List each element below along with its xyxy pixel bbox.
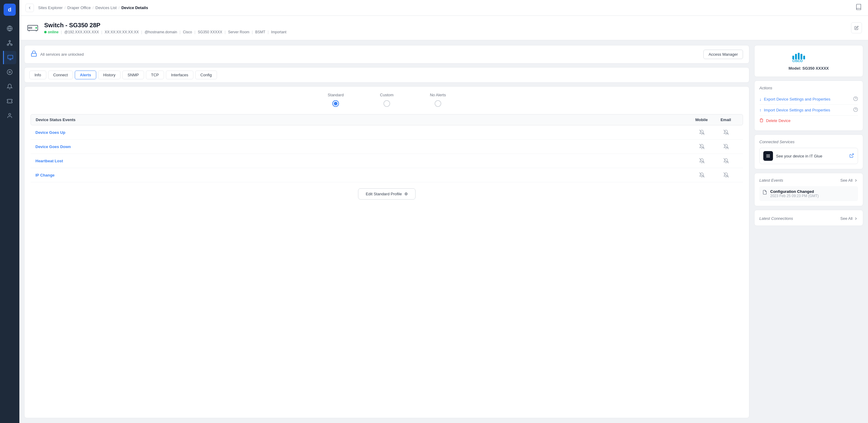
radio-no-alerts[interactable]: No Alerts: [430, 93, 446, 107]
tab-history[interactable]: History: [98, 70, 120, 79]
back-button[interactable]: [25, 4, 34, 12]
latest-connections-title: Latest Connections: [760, 216, 793, 221]
export-link[interactable]: Export Device Settings and Properties: [764, 97, 831, 101]
access-manager-button[interactable]: Access Manager: [703, 50, 743, 59]
export-help-icon[interactable]: [853, 96, 858, 102]
book-icon[interactable]: [855, 4, 862, 12]
event-mobile-heartbeat: [690, 158, 714, 163]
device-importance: Important: [271, 30, 287, 34]
device-hostname: @hostname.domain: [145, 30, 177, 34]
export-icon: ↓: [760, 97, 762, 102]
it-glue-icon: [763, 151, 773, 161]
latest-events-card: Latest Events See All Configuration Chan…: [754, 173, 863, 206]
sidebar-item-network[interactable]: [3, 65, 17, 79]
radio-standard[interactable]: Standard: [328, 93, 344, 107]
cisco-logo-svg: CISCO: [790, 52, 827, 64]
sidebar-item-group[interactable]: [3, 36, 17, 50]
connected-itglue-item: See your device in IT Glue: [760, 148, 858, 164]
action-import: ↑ Import Device Settings and Properties: [760, 105, 858, 116]
latest-connections-card: Latest Connections See All: [754, 210, 863, 226]
right-panel: CISCO Model: SG350 XXXXX Actions ↓ Expor…: [754, 45, 863, 418]
event-doc-icon: [763, 190, 767, 196]
cisco-card: CISCO Model: SG350 XXXXX: [754, 45, 863, 77]
col-mobile: Mobile: [689, 118, 714, 122]
svg-line-23: [700, 130, 705, 135]
event-date: 2023 Feb 25 09:23 PM (GMT): [770, 194, 819, 198]
edit-device-button[interactable]: [851, 22, 862, 33]
device-model-tag: SG350 XXXXX: [198, 30, 222, 34]
see-all-events-button[interactable]: See All: [840, 178, 858, 183]
svg-line-29: [700, 173, 705, 178]
itglue-text: See your device in IT Glue: [776, 154, 822, 158]
device-meta: online | @192.XXX.XXX.XXX | XX:XX:XX:XX:…: [44, 30, 847, 34]
device-name: Switch - SG350 28P: [44, 22, 847, 29]
events-table: Device Status Events Mobile Email Device…: [31, 114, 743, 182]
radio-no-alerts-circle[interactable]: [435, 100, 441, 107]
see-all-connections-label: See All: [840, 216, 852, 221]
radio-no-alerts-label: No Alerts: [430, 93, 446, 97]
sidebar-item-globe[interactable]: [3, 22, 17, 35]
svg-line-25: [700, 144, 705, 149]
tab-tcp[interactable]: TCP: [146, 70, 164, 79]
event-email-goes-up: [714, 129, 738, 135]
event-mobile-goes-up: [690, 129, 714, 135]
svg-line-26: [724, 144, 729, 149]
svg-point-3: [7, 44, 9, 46]
svg-rect-35: [803, 56, 805, 59]
sidebar-item-tickets[interactable]: [3, 94, 17, 108]
svg-point-2: [9, 40, 10, 42]
breadcrumb-devices-list[interactable]: Devices List: [95, 5, 117, 10]
tab-interfaces[interactable]: Interfaces: [166, 70, 193, 79]
radio-custom[interactable]: Custom: [380, 93, 394, 107]
access-left: All services are unlocked: [31, 50, 84, 58]
svg-rect-8: [7, 55, 13, 59]
tab-info[interactable]: Info: [29, 70, 46, 79]
delete-icon: [760, 118, 764, 123]
device-group: BSMT: [255, 30, 265, 34]
tab-connect[interactable]: Connect: [48, 70, 73, 79]
import-link[interactable]: Import Device Settings and Properties: [764, 108, 830, 112]
device-type-icon: [25, 21, 40, 35]
external-link-icon[interactable]: [849, 153, 854, 159]
edit-standard-profile-button[interactable]: Edit Standard Profile ⚙: [358, 188, 415, 200]
breadcrumb-current: Device Details: [121, 5, 148, 10]
sidebar-item-bell[interactable]: [3, 80, 17, 93]
event-name-goes-up: Device Goes Up: [35, 130, 690, 135]
device-header: Switch - SG350 28P online | @192.XXX.XXX…: [19, 16, 868, 40]
access-text: All services are unlocked: [40, 52, 84, 57]
sidebar-item-devices[interactable]: [3, 51, 17, 64]
connected-services-title: Connected Services: [760, 140, 858, 144]
svg-point-13: [9, 114, 11, 116]
see-all-connections-button[interactable]: See All: [840, 216, 858, 221]
sidebar-logo[interactable]: d: [4, 4, 16, 16]
col-email: Email: [714, 118, 738, 122]
tab-alerts[interactable]: Alerts: [75, 70, 96, 79]
event-name-heartbeat: Heartbeat Lost: [35, 159, 690, 163]
gear-icon: ⚙: [404, 192, 408, 196]
svg-text:CISCO: CISCO: [792, 59, 803, 63]
cisco-model-value: SG350 XXXXX: [802, 66, 829, 70]
event-name-goes-down: Device Goes Down: [35, 145, 690, 149]
edit-profile-label: Edit Standard Profile: [366, 192, 402, 196]
device-info: Switch - SG350 28P online | @192.XXX.XXX…: [44, 22, 847, 34]
radio-standard-circle[interactable]: [332, 100, 339, 107]
tab-config[interactable]: Config: [195, 70, 217, 79]
event-name-ip-change: IP Change: [35, 173, 690, 177]
connected-itglue-left: See your device in IT Glue: [763, 151, 822, 161]
tab-snmp[interactable]: SNMP: [122, 70, 144, 79]
delete-device-link[interactable]: Delete Device: [766, 118, 790, 123]
sidebar-item-support[interactable]: [3, 109, 17, 122]
topbar: Sites Explorer / Draper Office / Devices…: [19, 0, 868, 16]
radio-custom-circle[interactable]: [383, 100, 390, 107]
svg-line-28: [724, 158, 729, 163]
svg-rect-22: [31, 53, 37, 56]
action-export-left: ↓ Export Device Settings and Properties: [760, 97, 831, 102]
import-help-icon[interactable]: [853, 107, 858, 113]
device-mac: XX:XX:XX:XX:XX:XX: [105, 30, 139, 34]
event-email-ip-change: [714, 172, 738, 178]
status-dot: [44, 31, 46, 33]
connected-services-card: Connected Services See your device in IT…: [754, 134, 863, 169]
event-email-goes-down: [714, 144, 738, 149]
breadcrumb-sites-explorer[interactable]: Sites Explorer: [38, 5, 63, 10]
breadcrumb-draper-office[interactable]: Draper Office: [67, 5, 91, 10]
